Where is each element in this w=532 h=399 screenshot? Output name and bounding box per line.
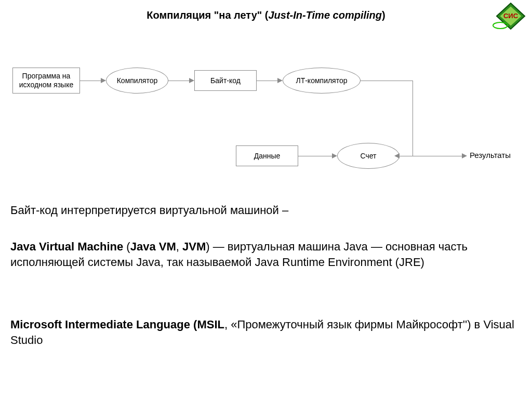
jit-flow-diagram: Программа на исходном языке Компилятор Б… bbox=[12, 47, 522, 182]
text-bold: Microsoft Intermediate Language (MSIL bbox=[10, 318, 224, 331]
text: ( bbox=[123, 240, 130, 253]
paragraph-bytecode-interpreted: Байт-код интерпретируется виртуальной ма… bbox=[10, 203, 520, 218]
paragraph-jvm: Java Virtual Machine (Java VM, JVM) — ви… bbox=[10, 239, 520, 270]
text: Байт-код интерпретируется виртуальной ма… bbox=[10, 204, 288, 217]
arrow bbox=[361, 81, 413, 81]
node-source-program: Программа на исходном языке bbox=[12, 68, 80, 94]
node-run: Счет bbox=[337, 143, 400, 169]
node-jit-compiler: ЛТ-компилятор bbox=[283, 68, 361, 94]
text: , bbox=[176, 240, 182, 253]
arrow-head-icon bbox=[462, 153, 467, 158]
title-prefix: Компиляция "на лету" ( bbox=[147, 9, 268, 21]
page-title: Компиляция "на лету" (Just-In-Time compi… bbox=[0, 9, 532, 21]
node-bytecode: Байт-код bbox=[194, 70, 257, 91]
label-results: Результаты bbox=[470, 151, 511, 159]
arrow-head-icon bbox=[277, 78, 283, 83]
svg-point-2 bbox=[493, 22, 508, 29]
text-bold: Java Virtual Machine bbox=[10, 240, 123, 253]
arrow bbox=[400, 156, 462, 156]
title-suffix: ) bbox=[382, 9, 385, 21]
arrow bbox=[257, 81, 277, 81]
arrow-head-icon bbox=[101, 78, 106, 83]
arrow-head-icon bbox=[394, 153, 400, 158]
arrow-head-icon bbox=[189, 78, 194, 83]
paragraph-msil: Microsoft Intermediate Language (MSIL, «… bbox=[10, 317, 520, 348]
node-data: Данные bbox=[236, 145, 298, 166]
arrow bbox=[298, 156, 332, 156]
arrow bbox=[80, 81, 101, 81]
node-compiler: Компилятор bbox=[106, 68, 168, 94]
arrow bbox=[413, 81, 413, 156]
arrow-head-icon bbox=[332, 153, 337, 158]
text-bold: Java VM bbox=[130, 240, 176, 253]
arrow bbox=[168, 81, 189, 81]
title-italic: Just-In-Time compiling bbox=[268, 9, 382, 21]
text-bold: JVM bbox=[182, 240, 206, 253]
